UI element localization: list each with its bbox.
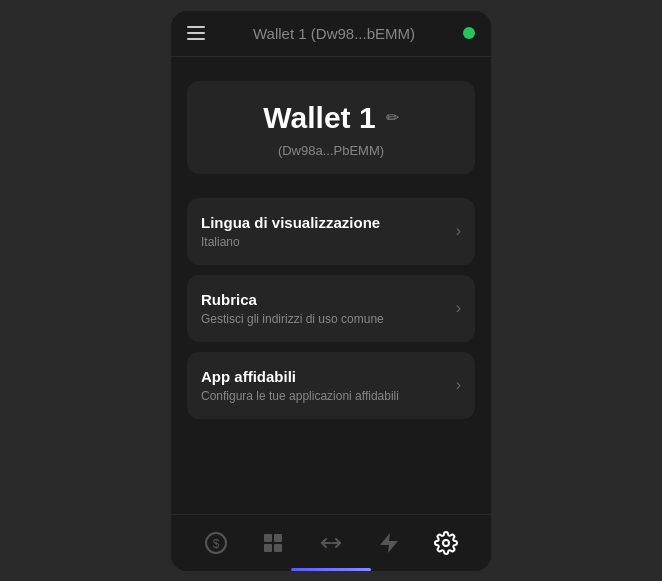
connection-status-dot	[463, 27, 475, 39]
menu-item-language[interactable]: Lingua di visualizzazione Italiano ›	[187, 198, 475, 265]
header-wallet-name: Wallet 1	[253, 25, 307, 42]
header: Wallet 1 (Dw98...bEMM)	[171, 11, 491, 57]
menu-item-trusted-apps-title: App affidabili	[201, 368, 399, 385]
transfer-arrows-icon	[319, 531, 343, 555]
nav-transfer[interactable]	[311, 527, 351, 559]
wallet-name: Wallet 1	[263, 101, 375, 135]
main-content: Wallet 1 ✏ (Dw98a...PbEMM) Lingua di vis…	[171, 57, 491, 514]
menu-section: Lingua di visualizzazione Italiano › Rub…	[187, 198, 475, 419]
edit-wallet-icon[interactable]: ✏	[386, 108, 399, 127]
menu-item-language-content: Lingua di visualizzazione Italiano	[201, 214, 380, 249]
wallet-name-row: Wallet 1 ✏	[263, 101, 398, 135]
gear-icon	[434, 531, 458, 555]
svg-rect-4	[264, 544, 272, 552]
svg-marker-8	[380, 533, 398, 553]
menu-item-contacts[interactable]: Rubrica Gestisci gli indirizzi di uso co…	[187, 275, 475, 342]
chevron-right-icon: ›	[456, 376, 461, 394]
wallet-card: Wallet 1 ✏ (Dw98a...PbEMM)	[187, 81, 475, 174]
menu-item-language-title: Lingua di visualizzazione	[201, 214, 380, 231]
svg-rect-5	[274, 544, 282, 552]
menu-item-language-subtitle: Italiano	[201, 235, 380, 249]
header-wallet-address: (Dw98...bEMM)	[311, 25, 415, 42]
menu-item-trusted-apps[interactable]: App affidabili Configura le tue applicaz…	[187, 352, 475, 419]
menu-item-contacts-content: Rubrica Gestisci gli indirizzi di uso co…	[201, 291, 384, 326]
chevron-right-icon: ›	[456, 222, 461, 240]
chevron-right-icon: ›	[456, 299, 461, 317]
hamburger-menu[interactable]	[187, 26, 205, 40]
menu-item-trusted-apps-content: App affidabili Configura le tue applicaz…	[201, 368, 399, 403]
menu-item-contacts-subtitle: Gestisci gli indirizzi di uso comune	[201, 312, 384, 326]
svg-rect-2	[264, 534, 272, 542]
grid-icon	[261, 531, 285, 555]
header-title: Wallet 1 (Dw98...bEMM)	[253, 25, 415, 42]
svg-rect-3	[274, 534, 282, 542]
wallet-address: (Dw98a...PbEMM)	[278, 143, 384, 158]
svg-text:$: $	[212, 537, 219, 551]
nav-settings[interactable]	[426, 527, 466, 559]
dollar-circle-icon: $	[204, 531, 228, 555]
phone-container: Wallet 1 (Dw98...bEMM) Wallet 1 ✏ (Dw98a…	[171, 11, 491, 571]
menu-item-contacts-title: Rubrica	[201, 291, 384, 308]
menu-item-trusted-apps-subtitle: Configura le tue applicazioni affidabili	[201, 389, 399, 403]
nav-flash[interactable]	[369, 527, 409, 559]
lightning-icon	[377, 531, 401, 555]
bottom-nav: $	[171, 514, 491, 571]
svg-point-9	[443, 540, 449, 546]
nav-wallet[interactable]: $	[196, 527, 236, 559]
nav-dashboard[interactable]	[253, 527, 293, 559]
